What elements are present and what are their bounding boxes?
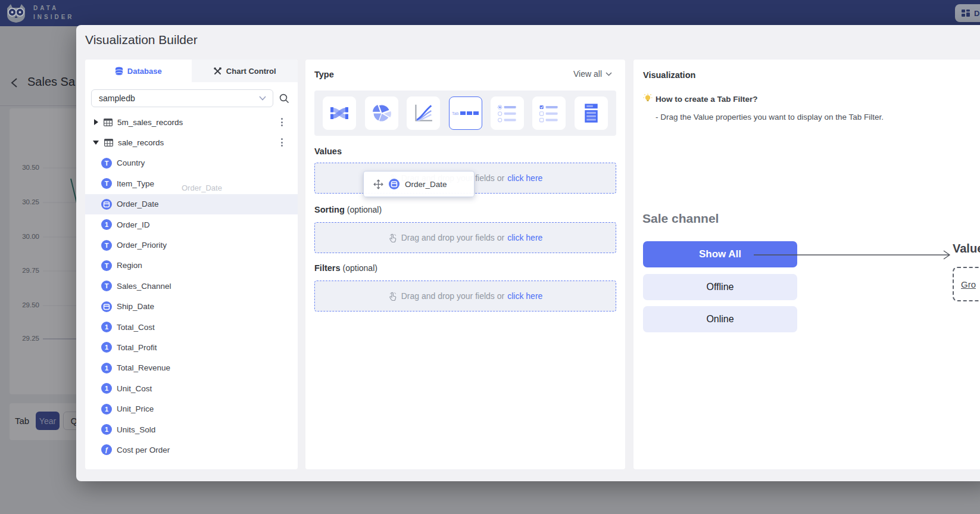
- field-list: T Country T Item_Type Order_Date 1 Order…: [85, 153, 298, 460]
- number-field-icon: 1: [101, 424, 112, 435]
- click-here-link[interactable]: click here: [507, 291, 542, 301]
- number-field-icon: 1: [101, 383, 112, 394]
- type-option-dropdown-filter[interactable]: [575, 96, 608, 130]
- type-option-checkbox-filter[interactable]: [532, 96, 566, 130]
- drag-hand-icon: [388, 292, 397, 301]
- checkbox-list-icon: [536, 101, 562, 125]
- field-row[interactable]: 1 Units_Sold: [85, 419, 298, 440]
- table-row-expanded[interactable]: sale_records: [85, 132, 298, 152]
- brand-line-1: DATA: [33, 4, 74, 13]
- database-select[interactable]: [91, 89, 273, 107]
- sorting-section-label: Sorting (optional): [314, 205, 382, 214]
- type-option-sankey-chart[interactable]: [323, 96, 356, 130]
- text-field-icon: T: [101, 240, 112, 251]
- field-label: Order_Date: [117, 200, 159, 208]
- view-all-button[interactable]: View all: [573, 69, 612, 79]
- annotation-link[interactable]: Gro: [961, 279, 976, 289]
- annotation-dashed-box: Gro: [953, 267, 980, 301]
- left-panel-tabs: Database Chart Control: [85, 60, 298, 82]
- annotation-arrow: [753, 249, 955, 261]
- field-label: Order_ID: [117, 220, 150, 229]
- filters-section-label: Filters (optional): [314, 263, 377, 273]
- field-row[interactable]: T Order_Priority: [85, 235, 298, 255]
- sorting-dropzone[interactable]: Drag and drop your fields or click here: [314, 222, 616, 253]
- table-menu-icon[interactable]: [277, 117, 286, 127]
- field-row[interactable]: 1 Total_Cost: [85, 317, 298, 337]
- tab-chart-control-label: Chart Control: [226, 67, 276, 76]
- date-field-icon: [101, 199, 112, 210]
- tabfilter-button-offline[interactable]: Offline: [643, 274, 797, 300]
- number-field-icon: 1: [101, 322, 112, 332]
- text-field-icon: T: [101, 158, 112, 169]
- tabfilter-button-online[interactable]: Online: [643, 306, 797, 332]
- field-row[interactable]: T Sales_Channel: [85, 276, 298, 296]
- date-field-icon: [101, 301, 112, 312]
- collapse-arrow-icon[interactable]: [93, 141, 99, 145]
- expand-arrow-icon[interactable]: [94, 119, 98, 125]
- function-field-icon: ƒ: [101, 444, 112, 455]
- brand-name: DATA INSIDER: [33, 4, 74, 21]
- dropdown-filter-icon: [579, 100, 603, 126]
- field-label: Item_Type: [117, 179, 154, 188]
- field-row[interactable]: 1 Total_Revenue: [85, 358, 298, 378]
- visualization-header: Visualization: [643, 70, 695, 80]
- tools-icon: [213, 67, 222, 76]
- brand-line-2: INSIDER: [33, 13, 74, 21]
- drag-source-ghost: Order_Date: [182, 183, 222, 192]
- field-row[interactable]: T Region: [85, 256, 298, 276]
- field-label: Country: [117, 158, 145, 167]
- preview-widget-title: Sale channel: [642, 211, 719, 226]
- table-menu-icon[interactable]: [277, 137, 286, 148]
- sankey-chart-icon: [326, 101, 352, 125]
- field-label: Sales_Channel: [117, 282, 171, 291]
- field-row[interactable]: 1 Unit_Price: [85, 398, 298, 419]
- field-row[interactable]: T Country: [85, 153, 298, 173]
- lightbulb-icon: [643, 94, 653, 104]
- field-row[interactable]: Ship_Date: [85, 297, 298, 317]
- dashboard-icon: [961, 8, 970, 18]
- top-navbar: DATA INSIDER D: [0, 0, 980, 26]
- tab-chart-control[interactable]: Chart Control: [192, 60, 298, 82]
- owl-logo-icon: [5, 3, 27, 23]
- type-option-radio-filter[interactable]: [491, 96, 524, 130]
- tab-filter-icon: Tab: [451, 107, 480, 119]
- field-label: Total_Profit: [117, 343, 157, 352]
- dragged-field-label: Order_Date: [405, 180, 447, 189]
- click-here-link[interactable]: click here: [507, 173, 542, 183]
- number-field-icon: 1: [101, 219, 112, 230]
- filters-dropzone[interactable]: Drag and drop your fields or click here: [314, 281, 616, 311]
- line-chart-icon: [410, 100, 436, 126]
- text-field-icon: T: [101, 281, 112, 291]
- date-field-icon: [389, 179, 400, 189]
- field-row[interactable]: Order_Date: [85, 194, 298, 214]
- move-icon: [373, 179, 383, 189]
- field-label: Unit_Cost: [117, 384, 152, 393]
- field-row[interactable]: ƒ Cost per Order: [85, 440, 298, 460]
- field-tree: 5m_sales_records sale_records T Country …: [85, 112, 298, 460]
- chevron-down-icon[interactable]: [259, 96, 266, 101]
- field-label: Units_Sold: [117, 425, 155, 434]
- field-label: Total_Cost: [117, 323, 155, 332]
- table-icon: [104, 119, 113, 126]
- field-row[interactable]: 1 Order_ID: [85, 214, 298, 235]
- tip-body: - Drag the Value properties you want to …: [656, 113, 884, 122]
- click-here-link[interactable]: click here: [507, 233, 542, 242]
- tab-database-label: Database: [127, 67, 162, 76]
- search-icon[interactable]: [279, 94, 289, 104]
- table-row-collapsed[interactable]: 5m_sales_records: [85, 112, 298, 132]
- dashboard-nav-button[interactable]: D: [955, 4, 980, 22]
- view-all-label: View all: [573, 69, 602, 79]
- field-row[interactable]: 1 Unit_Cost: [85, 378, 298, 398]
- values-section-label: Values: [314, 147, 342, 156]
- field-label: Unit_Price: [117, 404, 154, 413]
- number-field-icon: 1: [101, 342, 112, 353]
- type-option-tab-filter[interactable]: Tab: [449, 96, 482, 130]
- field-row[interactable]: 1 Total_Profit: [85, 337, 298, 357]
- type-option-pie-chart[interactable]: [365, 96, 398, 130]
- dragged-field-chip[interactable]: Order_Date: [363, 171, 475, 197]
- tip-title: How to create a Tab Filter?: [656, 95, 758, 104]
- type-option-line-chart[interactable]: [407, 96, 440, 130]
- tab-database[interactable]: Database: [85, 60, 192, 82]
- modal-title: Visualization Builder: [85, 33, 198, 47]
- table-name: sale_records: [118, 138, 164, 147]
